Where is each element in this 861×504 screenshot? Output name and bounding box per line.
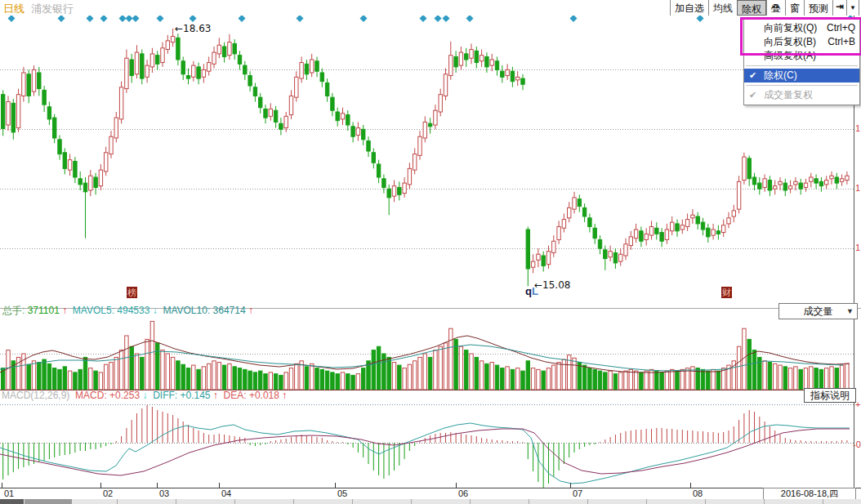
month-label-08: 08: [693, 488, 703, 498]
event-marker-财[interactable]: 财: [721, 287, 732, 298]
axis-edge-label: 1: [855, 243, 860, 252]
menu-item-shortcut: Ctrl+B: [828, 35, 855, 49]
checkmark-icon: ✔: [749, 69, 756, 83]
mavol5-label: MAVOL5:: [73, 305, 114, 316]
exright-button[interactable]: 除权: [737, 0, 766, 16]
menu-item-label: 向后复权(B): [764, 36, 816, 47]
menu-item-label: 高级复权(A): [764, 50, 816, 61]
macd-params-label: MACD(12,26,9): [2, 390, 69, 401]
month-label-04: 04: [221, 488, 231, 498]
menu-separator: [746, 85, 858, 86]
forecast-button[interactable]: 预测: [804, 0, 832, 16]
mavol10-label: MAVOL10:: [163, 305, 210, 316]
ql-event-label: qL: [525, 285, 538, 297]
top-bar: 日线 浦发银行 加自选 均线 除权 叠 窗 预测 ⇥ ▼: [0, 0, 861, 16]
scrollbar-thumb[interactable]: [25, 499, 72, 504]
volume-indicator-label: 成交量: [804, 306, 833, 317]
volume-indicator-dropdown[interactable]: 成交量 ▼: [778, 303, 858, 319]
menu-separator: [746, 65, 858, 66]
month-label-07: 07: [573, 488, 582, 498]
time-axis: 2016-08-18,四 0102030405060708: [0, 488, 861, 499]
scrollbar-segment: [0, 499, 24, 504]
up-arrow-icon: ↑: [282, 390, 287, 401]
month-label-03: 03: [159, 488, 169, 498]
event-diamond-icons: [8, 15, 854, 22]
menu-item-forward-adjust[interactable]: 向前复权(Q) Ctrl+Q: [744, 21, 859, 35]
total-lots-label: 总手:: [2, 305, 25, 316]
macd-value: +0.253: [109, 390, 140, 401]
month-label-02: 02: [103, 488, 113, 498]
window-button[interactable]: 窗: [785, 0, 804, 16]
month-label-01: 01: [4, 488, 14, 498]
indicator-help-button[interactable]: 指标说明: [804, 388, 856, 403]
volume-pane-header: 总手: 371101 ↑ MAVOL5: 494533 ↓ MAVOL10: 3…: [2, 304, 253, 318]
month-label-05: 05: [337, 488, 347, 498]
axis-edge-label: 1: [855, 183, 860, 193]
diff-value: +0.145: [180, 390, 210, 401]
macd-pane-header: MACD(12,26,9) MACD: +0.253 ↓ DIFF: +0.14…: [2, 390, 287, 401]
low-price-annotation: ←15.08: [534, 279, 570, 291]
chart-canvas: [0, 0, 861, 504]
axis-edge-label: -0: [853, 439, 861, 449]
menu-item-advanced-adjust[interactable]: 高级复权(A): [744, 49, 859, 63]
add-watchlist-button[interactable]: 加自选: [670, 0, 708, 16]
chevron-down-icon[interactable]: ▼: [846, 0, 859, 16]
menu-item-label: 向前复权(Q): [764, 22, 817, 33]
chevron-down-icon: ▼: [846, 304, 854, 319]
menu-item-volume-adjust[interactable]: ✔ 成交量复权: [744, 88, 859, 102]
menu-item-shortcut: Ctrl+Q: [827, 21, 855, 35]
next-stock-icon[interactable]: ⇥: [832, 0, 846, 16]
mavol5-value: 494533: [117, 305, 149, 316]
down-arrow-icon: ↓: [142, 390, 147, 401]
exright-context-menu: 向前复权(Q) Ctrl+Q 向后复权(B) Ctrl+B 高级复权(A) ✔ …: [743, 18, 860, 105]
overlay-button[interactable]: 叠: [766, 0, 785, 16]
diff-label: DIFF:: [153, 390, 177, 401]
up-arrow-icon: ↑: [248, 305, 253, 316]
period-label: 日线: [3, 2, 25, 16]
mavol10-value: 364714: [213, 305, 246, 316]
stock-app-window: 日线 浦发银行 加自选 均线 除权 叠 窗 预测 ⇥ ▼ 总手: 371101 …: [0, 0, 861, 504]
up-arrow-icon: ↑: [62, 305, 67, 316]
high-price-annotation: ←18.63: [175, 23, 211, 34]
pane-borders: [0, 15, 861, 488]
dea-value: +0.018: [249, 390, 279, 401]
total-lots-value: 371101: [28, 305, 60, 316]
toolbar: 加自选 均线 除权 叠 窗 预测 ⇥ ▼: [670, 0, 859, 16]
menu-item-label: 成交量复权: [764, 89, 813, 100]
up-arrow-icon: ↑: [213, 390, 218, 401]
candlestick-series: [2, 29, 850, 287]
horizontal-scrollbar[interactable]: [0, 499, 861, 504]
menu-item-backward-adjust[interactable]: 向后复权(B) Ctrl+B: [744, 35, 859, 49]
volume-bars: [0, 321, 854, 390]
event-marker-榜[interactable]: 榜: [127, 287, 137, 298]
menu-item-label: 除权(C): [764, 69, 797, 81]
month-label-06: 06: [458, 488, 468, 498]
checkmark-icon: ✔: [749, 88, 756, 102]
stock-name-label: 浦发银行: [31, 2, 74, 16]
ma-line-button[interactable]: 均线: [708, 0, 737, 16]
date-label: 2016-08-18,四: [763, 488, 856, 500]
down-arrow-icon: ↓: [153, 305, 158, 316]
menu-item-no-adjust[interactable]: ✔ 除权(C): [744, 69, 859, 83]
macd-histogram: [3, 405, 847, 488]
macd-lines: [0, 423, 850, 484]
macd-label: MACD:: [75, 390, 107, 401]
dea-label: DEA:: [224, 390, 247, 401]
axis-edge-label: 1: [855, 123, 860, 133]
